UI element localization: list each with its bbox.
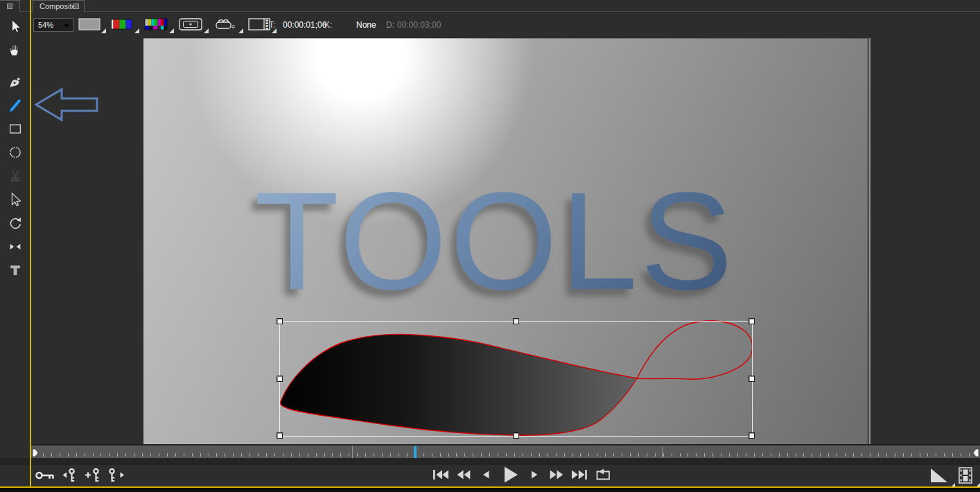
- fast-forward-button[interactable]: [548, 466, 566, 486]
- selection-handle[interactable]: [277, 376, 283, 382]
- playhead[interactable]: [414, 446, 417, 458]
- skip-start-icon: [431, 466, 450, 486]
- timeline-tick: [886, 453, 887, 457]
- scissors-icon: [8, 168, 23, 184]
- timeline-tick: [250, 453, 250, 457]
- selection-box[interactable]: [279, 321, 753, 437]
- tab-label: Composite: [40, 2, 76, 10]
- timeline-tick: [870, 453, 870, 457]
- clip-properties-button[interactable]: [956, 466, 974, 487]
- tool-pen[interactable]: [0, 70, 30, 94]
- time-display: T: 00:00:01;06 K: None D: 00:00:03;00: [269, 20, 446, 30]
- timeline-tick: [43, 453, 44, 457]
- timeline-tick: [134, 453, 134, 457]
- timeline-tick: [184, 453, 184, 457]
- timeline-tick: [291, 453, 292, 457]
- rectangle-icon: [8, 121, 23, 137]
- timeline-tick: [762, 453, 763, 457]
- flyout-corner-icon[interactable]: [134, 28, 139, 33]
- timeline-tick: [489, 453, 490, 457]
- timeline-ruler[interactable]: [31, 446, 980, 458]
- timeline-second-mark: [662, 446, 663, 458]
- selection-handle[interactable]: [277, 318, 283, 324]
- timeline-tick: [812, 453, 812, 457]
- tool-pencil[interactable]: [0, 94, 30, 117]
- flyout-corner-icon[interactable]: [238, 28, 243, 33]
- timeline-tick: [820, 453, 821, 457]
- selection-handle[interactable]: [513, 432, 519, 439]
- play-button[interactable]: [499, 464, 521, 488]
- tool-mirror[interactable]: [0, 235, 30, 258]
- flyout-corner-icon[interactable]: [204, 28, 209, 33]
- safe-zones-button[interactable]: [178, 19, 203, 33]
- add-keyframe-button[interactable]: [83, 467, 103, 486]
- tool-rectangle[interactable]: [0, 117, 30, 141]
- timeline-tick: [539, 453, 540, 457]
- selection-handle[interactable]: [749, 432, 755, 439]
- timeline-tick: [241, 453, 242, 457]
- top-toolbar: 54% T: 00:00:01;06 K: None D: 00:00:03;0…: [31, 12, 980, 38]
- rgb-channels-button[interactable]: [110, 19, 134, 33]
- selection-handle[interactable]: [513, 318, 519, 324]
- preview-canvas[interactable]: TOOLS: [143, 38, 868, 444]
- timeline-tick: [828, 453, 829, 457]
- previous-keyframe-button[interactable]: [60, 467, 78, 486]
- timeline-tick: [308, 453, 308, 457]
- camera-preview-button[interactable]: [213, 19, 238, 33]
- previous-frame-button[interactable]: [478, 466, 494, 486]
- test-pattern-button[interactable]: [143, 19, 168, 33]
- flyout-corner-icon[interactable]: [101, 28, 106, 33]
- timeline-tick: [680, 453, 681, 457]
- film-settings-button[interactable]: [247, 19, 271, 33]
- next-frame-button[interactable]: [526, 466, 543, 486]
- tool-pan[interactable]: [0, 38, 30, 62]
- camera-icon: [213, 17, 238, 34]
- selection-handle[interactable]: [749, 318, 755, 324]
- timeline-tick: [796, 453, 796, 457]
- wipe-transition-button[interactable]: [929, 466, 950, 487]
- selection-handle[interactable]: [277, 432, 283, 439]
- tool-direct-select[interactable]: [0, 188, 30, 211]
- ellipse-icon: [8, 145, 23, 160]
- timeline-tick: [630, 453, 631, 457]
- keyframe-controls: [35, 467, 127, 486]
- tool-text[interactable]: [0, 258, 30, 282]
- rewind-button[interactable]: [455, 466, 473, 486]
- canvas-edge: [868, 38, 870, 444]
- next-keyframe-button[interactable]: [107, 467, 127, 486]
- timeline-tick: [456, 453, 457, 457]
- loop-button[interactable]: [594, 466, 613, 486]
- flyout-corner-icon[interactable]: [169, 28, 174, 33]
- go-to-end-button[interactable]: [570, 466, 589, 486]
- timeline-tick: [845, 453, 846, 457]
- tab-composite[interactable]: Composite: [33, 0, 85, 12]
- tool-rotate[interactable]: [0, 211, 30, 235]
- toggle-keyframes-button[interactable]: [35, 467, 55, 486]
- add-keyframe-icon: [83, 467, 103, 486]
- selection-handle[interactable]: [749, 376, 755, 382]
- timeline-tick: [266, 453, 267, 457]
- timeline-tick: [903, 453, 904, 457]
- tool-ellipse[interactable]: [0, 141, 30, 164]
- accent-line-vertical: [30, 0, 31, 487]
- colorbars-icon: [143, 17, 168, 34]
- tab-close-icon[interactable]: [73, 3, 79, 9]
- timeline-tick: [175, 453, 176, 457]
- keyframe-value: None: [356, 20, 386, 30]
- zoom-level-dropdown[interactable]: 54%: [33, 18, 73, 32]
- timeline-tick: [588, 453, 589, 457]
- timeline-tick: [390, 453, 391, 457]
- key-icon: [35, 467, 55, 486]
- background-tab[interactable]: [0, 0, 20, 12]
- timeline-tick: [407, 453, 408, 457]
- background-color-button[interactable]: [78, 19, 100, 33]
- go-to-start-button[interactable]: [431, 466, 450, 486]
- timeline-tick: [464, 453, 465, 457]
- timeline-tick: [779, 453, 780, 457]
- timeline-tick: [506, 453, 507, 457]
- timeline-tick: [647, 453, 647, 457]
- tool-select[interactable]: [0, 15, 30, 38]
- timeline-tick: [911, 453, 912, 457]
- timeline-tick: [837, 453, 837, 457]
- timeline-tick: [572, 453, 572, 457]
